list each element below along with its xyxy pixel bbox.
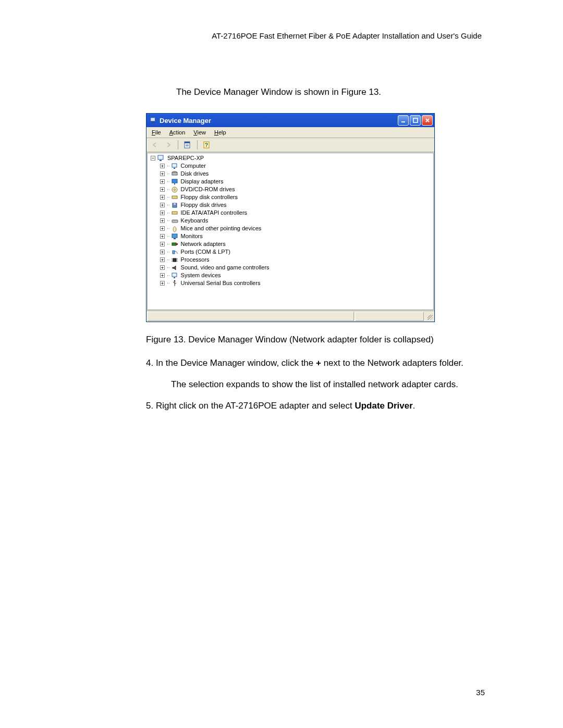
page-header: AT-2716POE Fast Ethernet Fiber & PoE Ada… — [146, 31, 482, 40]
window-buttons — [398, 115, 433, 126]
tree-node-label: Network adapters — [181, 240, 226, 248]
tree-node[interactable]: +·· System devices — [149, 272, 433, 279]
step5-bold: Update Driver — [354, 401, 412, 411]
toolbar: ? — [146, 138, 434, 152]
tree-node-label: Disk drives — [181, 170, 209, 178]
expand-icon[interactable]: + — [160, 164, 165, 168]
svg-rect-30 — [172, 243, 176, 245]
menu-view[interactable]: View — [189, 128, 210, 137]
window-title: Device Manager — [160, 117, 398, 125]
svg-point-40 — [174, 280, 175, 281]
tree-node[interactable]: +·· Keyboards — [149, 217, 433, 225]
expand-icon[interactable]: + — [160, 273, 165, 278]
resize-grip-icon[interactable] — [424, 312, 434, 321]
svg-rect-32 — [173, 251, 175, 254]
tree-node-label: Ports (COM & LPT) — [181, 248, 230, 256]
back-button[interactable] — [149, 139, 161, 151]
tree-node[interactable]: +·· Computer — [149, 162, 433, 170]
svg-point-27 — [173, 227, 176, 232]
expand-icon[interactable]: + — [160, 250, 165, 254]
tree-node[interactable]: +·· Ports (COM & LPT) — [149, 248, 433, 256]
svg-rect-18 — [174, 183, 175, 184]
svg-rect-28 — [172, 234, 177, 238]
display-icon — [171, 178, 179, 186]
tree-node[interactable]: +·· Processors — [149, 256, 433, 264]
maximize-button[interactable] — [410, 115, 421, 126]
tree-node[interactable]: +·· Floppy disk drives — [149, 201, 433, 209]
menu-help[interactable]: Help — [210, 128, 230, 137]
tree-node[interactable]: +·· Universal Serial Bus controllers — [149, 279, 433, 287]
expand-icon[interactable]: + — [160, 211, 165, 215]
svg-point-20 — [174, 189, 175, 190]
properties-button[interactable] — [181, 139, 194, 151]
svg-rect-21 — [172, 196, 177, 199]
expand-icon[interactable]: + — [160, 187, 165, 192]
collapse-icon[interactable]: − — [151, 156, 155, 161]
tree-node[interactable]: +·· DVD/CD-ROM drives — [149, 186, 433, 193]
step4-bold: + — [316, 358, 321, 368]
menu-action[interactable]: Action — [165, 128, 190, 137]
tree-node[interactable]: +·· Display adapters — [149, 178, 433, 186]
tree-node[interactable]: +·· Disk drives — [149, 170, 433, 178]
tree-node[interactable]: +·· Monitors — [149, 232, 433, 240]
app-icon — [150, 117, 157, 124]
dvd-icon — [171, 186, 179, 193]
tree-node-label: Monitors — [181, 232, 203, 240]
step-4: 4. In the Device Manager window, click t… — [146, 357, 485, 369]
intro-text: The Device Manager Window is shown in Fi… — [176, 87, 485, 97]
step4-prefix: 4. In the Device Manager window, click t… — [146, 358, 316, 368]
controller-icon — [171, 194, 179, 201]
toolbar-separator — [197, 140, 198, 150]
statusbar — [146, 311, 434, 322]
step-5: 5. Right click on the AT-2716POE adapter… — [146, 400, 485, 412]
expand-icon[interactable]: + — [160, 218, 165, 223]
svg-rect-16 — [172, 172, 177, 175]
svg-rect-2 — [151, 122, 155, 123]
tree-node[interactable]: +·· IDE ATA/ATAPI controllers — [149, 209, 433, 217]
svg-rect-3 — [401, 121, 405, 122]
forward-button[interactable] — [162, 139, 175, 151]
disk-icon — [171, 170, 179, 178]
monitor-icon — [171, 233, 179, 240]
svg-rect-38 — [172, 273, 177, 277]
expand-icon[interactable]: + — [160, 234, 165, 239]
titlebar: Device Manager — [146, 114, 434, 127]
device-tree[interactable]: − SPAREPC-XP +·· Computer +·· Disk drive… — [147, 153, 434, 310]
help-button[interactable]: ? — [201, 139, 213, 151]
svg-rect-29 — [174, 238, 176, 239]
mouse-icon — [171, 225, 179, 232]
tree-node-label: DVD/CD-ROM drives — [181, 186, 235, 193]
status-cell — [147, 312, 354, 321]
expand-icon[interactable]: + — [160, 281, 165, 286]
svg-rect-14 — [174, 168, 175, 169]
expand-icon[interactable]: + — [160, 226, 165, 231]
page-number: 35 — [476, 688, 485, 697]
step5-prefix: 5. Right click on the AT-2716POE adapter… — [146, 401, 354, 411]
cpu-icon — [171, 256, 179, 264]
computer-icon — [157, 155, 166, 162]
expand-icon[interactable]: + — [160, 203, 165, 207]
tree-node-label: Floppy disk drives — [181, 201, 227, 209]
sound-icon — [171, 264, 179, 272]
usb-icon — [171, 280, 179, 287]
tree-root[interactable]: − SPAREPC-XP — [149, 154, 433, 162]
expand-icon[interactable]: + — [160, 195, 165, 200]
tree-node[interactable]: +·· Floppy disk controllers — [149, 193, 433, 201]
tree-node[interactable]: +·· Mice and other pointing devices — [149, 225, 433, 232]
svg-rect-33 — [173, 258, 176, 262]
expand-icon[interactable]: + — [160, 242, 165, 246]
expand-icon[interactable]: + — [160, 257, 165, 262]
toolbar-separator — [178, 140, 178, 150]
floppy-icon — [171, 202, 179, 209]
tree-node[interactable]: +·· Sound, video and game controllers — [149, 264, 433, 272]
svg-rect-17 — [172, 179, 177, 183]
close-button[interactable] — [422, 115, 433, 126]
menu-file[interactable]: File — [148, 128, 165, 137]
document-page: AT-2716POE Fast Ethernet Fiber & PoE Ada… — [0, 0, 563, 728]
expand-icon[interactable]: + — [160, 265, 165, 270]
expand-icon[interactable]: + — [160, 171, 165, 176]
tree-node-network-adapters[interactable]: +·· Network adapters — [149, 240, 433, 248]
tree-node-label: Universal Serial Bus controllers — [181, 279, 261, 287]
minimize-button[interactable] — [398, 115, 409, 126]
expand-icon[interactable]: + — [160, 179, 165, 184]
